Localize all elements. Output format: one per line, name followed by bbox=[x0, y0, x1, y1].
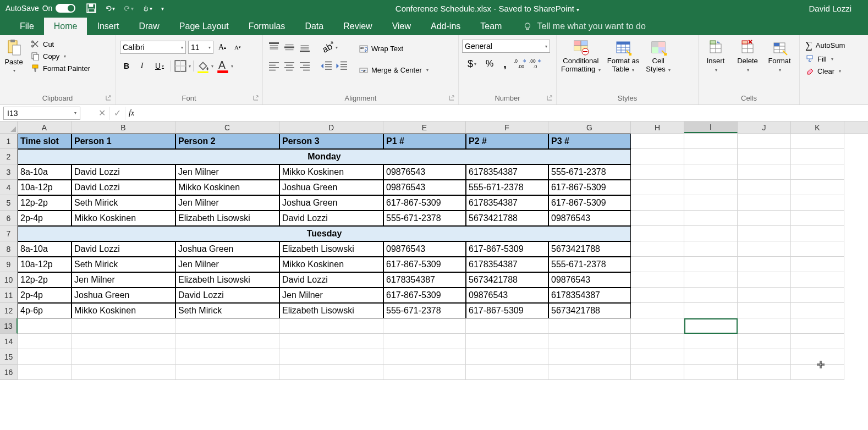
cell-J5[interactable] bbox=[738, 195, 791, 211]
increase-font-icon[interactable]: A▴ bbox=[216, 41, 229, 54]
font-size-select[interactable]: 11▾ bbox=[188, 41, 213, 54]
font-name-select[interactable]: Calibri▾ bbox=[120, 41, 186, 54]
tab-review[interactable]: Review bbox=[333, 18, 382, 35]
cell-K8[interactable] bbox=[791, 241, 844, 257]
cell-C8[interactable]: Joshua Green bbox=[175, 241, 279, 257]
font-color-button[interactable]: A▾ bbox=[216, 59, 233, 73]
accounting-format-icon[interactable]: $▾ bbox=[463, 57, 481, 70]
cell-I2[interactable] bbox=[684, 149, 738, 164]
cell-F13[interactable] bbox=[466, 318, 548, 334]
row-header-13[interactable]: 13 bbox=[0, 318, 18, 334]
cell-E12[interactable]: 555-671-2378 bbox=[383, 303, 466, 318]
cell-K12[interactable] bbox=[791, 303, 844, 318]
cell-B5[interactable]: Seth Mirick bbox=[72, 195, 175, 211]
cell-B9[interactable]: Seth Mirick bbox=[72, 257, 175, 272]
enter-formula-icon[interactable]: ✓ bbox=[110, 107, 125, 120]
cell-C16[interactable] bbox=[175, 365, 279, 380]
cell-F1[interactable]: P2 # bbox=[466, 134, 548, 149]
cell-B6[interactable]: Mikko Koskinen bbox=[72, 211, 175, 226]
cell-H13[interactable] bbox=[631, 318, 684, 334]
day-header-tuesday[interactable]: Tuesday bbox=[18, 226, 631, 241]
cell-K6[interactable] bbox=[791, 211, 844, 226]
column-header-H[interactable]: H bbox=[631, 122, 684, 133]
align-bottom-icon[interactable] bbox=[298, 41, 311, 54]
cut-button[interactable]: Cut bbox=[29, 38, 92, 49]
row-header-2[interactable]: 2 bbox=[0, 149, 18, 164]
cell-H10[interactable] bbox=[631, 272, 684, 288]
cell-I14[interactable] bbox=[684, 334, 738, 349]
row-header-14[interactable]: 14 bbox=[0, 334, 18, 349]
orientation-icon[interactable]: ab▾ bbox=[320, 41, 338, 54]
column-header-C[interactable]: C bbox=[175, 122, 279, 133]
align-center-icon[interactable] bbox=[283, 59, 296, 73]
cell-K1[interactable] bbox=[791, 134, 844, 149]
cell-F4[interactable]: 555-671-2378 bbox=[466, 180, 548, 195]
cell-J16[interactable] bbox=[738, 365, 791, 380]
cell-C10[interactable]: Elizabeth Lisowski bbox=[175, 272, 279, 288]
cell-E8[interactable]: 09876543 bbox=[383, 241, 466, 257]
borders-button[interactable]: ▾ bbox=[173, 59, 191, 73]
cell-J4[interactable] bbox=[738, 180, 791, 195]
tab-file[interactable]: File bbox=[10, 18, 44, 35]
cell-H9[interactable] bbox=[631, 257, 684, 272]
cell-E4[interactable]: 09876543 bbox=[383, 180, 466, 195]
cell-C9[interactable]: Jen Milner bbox=[175, 257, 279, 272]
cell-D3[interactable]: Mikko Koskinen bbox=[279, 164, 383, 180]
decrease-decimal-icon[interactable]: .00.0 bbox=[529, 57, 542, 70]
column-header-A[interactable]: A bbox=[18, 122, 72, 133]
cell-E16[interactable] bbox=[383, 365, 466, 380]
cell-D5[interactable]: Joshua Green bbox=[279, 195, 383, 211]
cell-A15[interactable] bbox=[18, 349, 72, 365]
cell-J14[interactable] bbox=[738, 334, 791, 349]
align-left-icon[interactable] bbox=[267, 59, 281, 73]
cell-B16[interactable] bbox=[72, 365, 175, 380]
formula-input[interactable] bbox=[138, 107, 868, 120]
cell-C5[interactable]: Jen Milner bbox=[175, 195, 279, 211]
cell-E9[interactable]: 617-867-5309 bbox=[383, 257, 466, 272]
cell-I4[interactable] bbox=[684, 180, 738, 195]
cell-F16[interactable] bbox=[466, 365, 548, 380]
cell-B13[interactable] bbox=[72, 318, 175, 334]
tell-me-search[interactable]: Tell me what you want to do bbox=[523, 18, 645, 35]
column-header-G[interactable]: G bbox=[548, 122, 631, 133]
clear-button[interactable]: Clear▾ bbox=[803, 65, 847, 76]
dialog-launcher-icon[interactable] bbox=[252, 95, 259, 101]
cell-K11[interactable] bbox=[791, 288, 844, 303]
column-header-E[interactable]: E bbox=[383, 122, 466, 133]
cell-K3[interactable] bbox=[791, 164, 844, 180]
dialog-launcher-icon[interactable] bbox=[546, 95, 553, 101]
cell-G10[interactable]: 09876543 bbox=[548, 272, 631, 288]
cell-J9[interactable] bbox=[738, 257, 791, 272]
cell-I11[interactable] bbox=[684, 288, 738, 303]
bold-button[interactable]: B bbox=[120, 59, 133, 73]
cell-A9[interactable]: 10a-12p bbox=[18, 257, 72, 272]
cell-D13[interactable] bbox=[279, 318, 383, 334]
cell-J10[interactable] bbox=[738, 272, 791, 288]
cell-F15[interactable] bbox=[466, 349, 548, 365]
row-header-9[interactable]: 9 bbox=[0, 257, 18, 272]
cell-A12[interactable]: 4p-6p bbox=[18, 303, 72, 318]
cell-J15[interactable] bbox=[738, 349, 791, 365]
touch-mode-icon[interactable]: ▾ bbox=[142, 3, 152, 13]
cell-I6[interactable] bbox=[684, 211, 738, 226]
redo-icon[interactable]: ▾ bbox=[124, 3, 134, 13]
column-header-D[interactable]: D bbox=[279, 122, 383, 133]
cell-G3[interactable]: 555-671-2378 bbox=[548, 164, 631, 180]
cell-C14[interactable] bbox=[175, 334, 279, 349]
autosum-button[interactable]: ∑AutoSum bbox=[803, 38, 847, 52]
row-header-8[interactable]: 8 bbox=[0, 241, 18, 257]
cell-B12[interactable]: Mikko Koskinen bbox=[72, 303, 175, 318]
cell-I7[interactable] bbox=[684, 226, 738, 241]
cell-G6[interactable]: 09876543 bbox=[548, 211, 631, 226]
qat-dropdown-icon[interactable]: ▾ bbox=[161, 5, 166, 12]
tab-home[interactable]: Home bbox=[44, 18, 87, 35]
cell-B4[interactable]: David Lozzi bbox=[72, 180, 175, 195]
column-header-K[interactable]: K bbox=[791, 122, 844, 133]
delete-cells-button[interactable]: Delete▾ bbox=[732, 37, 763, 75]
increase-indent-icon[interactable] bbox=[336, 59, 349, 73]
cell-J12[interactable] bbox=[738, 303, 791, 318]
cell-C1[interactable]: Person 2 bbox=[175, 134, 279, 149]
cell-K5[interactable] bbox=[791, 195, 844, 211]
row-header-12[interactable]: 12 bbox=[0, 303, 18, 318]
decrease-indent-icon[interactable] bbox=[320, 59, 333, 73]
